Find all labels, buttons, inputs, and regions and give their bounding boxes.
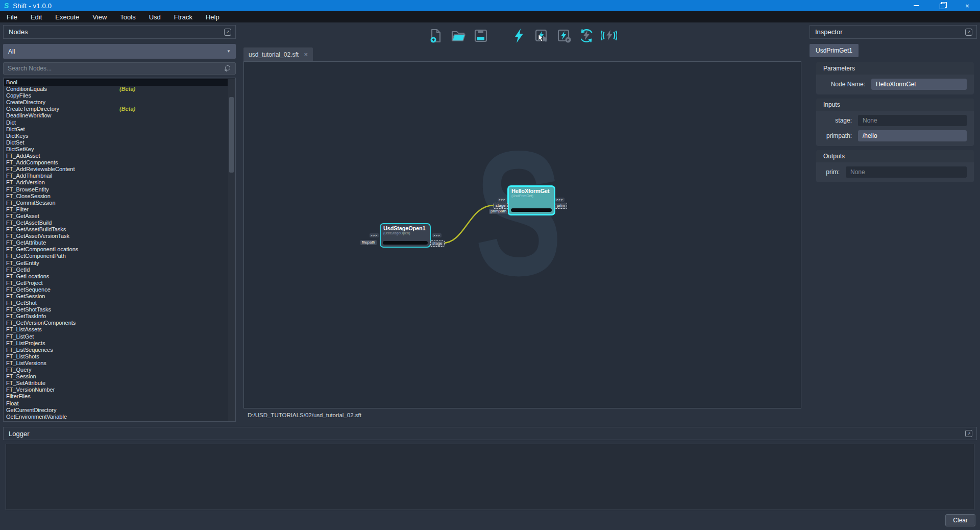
- port-filepath-input[interactable]: filepath: [360, 240, 377, 245]
- list-item[interactable]: FT_Filter: [4, 206, 228, 213]
- restore-button[interactable]: [929, 0, 954, 11]
- list-item[interactable]: FT_AddComponents: [4, 159, 228, 166]
- list-item[interactable]: Float: [4, 400, 228, 407]
- list-item[interactable]: GetEnvironmentVariable: [4, 414, 228, 420]
- menu-execute[interactable]: Execute: [48, 11, 86, 22]
- list-item[interactable]: FT_ListProjects: [4, 340, 228, 347]
- list-item[interactable]: FT_GetVersionComponents: [4, 320, 228, 326]
- menu-file[interactable]: File: [0, 11, 24, 22]
- undock-icon[interactable]: ↗: [965, 29, 972, 36]
- list-item[interactable]: FT_AddVersion: [4, 179, 228, 186]
- menu-view[interactable]: View: [86, 11, 113, 22]
- list-item[interactable]: GetCurrentDirectory: [4, 407, 228, 414]
- menu-ftrack[interactable]: Ftrack: [167, 11, 199, 22]
- live-execute-icon[interactable]: [601, 28, 617, 44]
- menu-tools[interactable]: Tools: [113, 11, 142, 22]
- graph-node-usdstageopen1[interactable]: UsdStageOpen1 (UsdStageOpen): [380, 223, 431, 248]
- list-item[interactable]: FT_ListVersions: [4, 360, 228, 367]
- menu-help[interactable]: Help: [199, 11, 226, 22]
- open-scene-icon[interactable]: [450, 28, 467, 44]
- prim-field: None: [846, 166, 967, 178]
- list-item[interactable]: FT_AddAsset: [4, 153, 228, 159]
- undock-icon[interactable]: ↗: [965, 430, 972, 437]
- minimize-button[interactable]: [903, 0, 929, 11]
- inspector-title: Inspector: [815, 28, 842, 36]
- node-name-field[interactable]: HelloXformGet: [871, 79, 967, 90]
- title-bar: S Shift - v1.0.0 ×: [0, 0, 980, 11]
- list-item[interactable]: DictKeys: [4, 133, 228, 139]
- list-item[interactable]: FT_GetSession: [4, 293, 228, 300]
- tab-usd-tutorial-02[interactable]: usd_tutorial_02.sft ×: [243, 47, 313, 61]
- list-item[interactable]: FT_GetComponentPath: [4, 253, 228, 259]
- primpath-field[interactable]: /hello: [858, 130, 967, 141]
- list-item[interactable]: FT_SetAttribute: [4, 380, 228, 387]
- undock-icon[interactable]: ↗: [224, 29, 231, 36]
- list-item[interactable]: CreateTempDirectory(Beta): [4, 106, 228, 112]
- list-item[interactable]: FT_GetAssetBuildTasks: [4, 226, 228, 233]
- list-item[interactable]: FT_CloseSession: [4, 193, 228, 200]
- list-item[interactable]: FT_AddReviewableContent: [4, 166, 228, 173]
- tab-close-icon[interactable]: ×: [304, 51, 308, 58]
- list-item[interactable]: FT_ListSequences: [4, 347, 228, 353]
- list-item[interactable]: FT_VersionNumber: [4, 387, 228, 393]
- list-item[interactable]: FT_CommitSession: [4, 200, 228, 206]
- list-item[interactable]: FT_GetAttribute: [4, 239, 228, 246]
- list-item[interactable]: DictSet: [4, 139, 228, 146]
- list-item[interactable]: DictGet: [4, 126, 228, 133]
- list-item[interactable]: FT_Session: [4, 373, 228, 380]
- list-item[interactable]: FT_GetShot: [4, 300, 228, 306]
- outputs-section: Outputs prim: None: [816, 150, 974, 182]
- list-item[interactable]: Dict: [4, 119, 228, 126]
- scrollbar-thumb[interactable]: [229, 97, 234, 173]
- logger-panel: Logger ↗ Clear: [3, 427, 977, 527]
- list-item[interactable]: ConditionEquals(Beta): [4, 86, 228, 92]
- list-item[interactable]: FT_GetEntity: [4, 260, 228, 267]
- list-item[interactable]: FT_GetAsset: [4, 213, 228, 220]
- list-item[interactable]: Bool: [4, 79, 228, 86]
- list-item[interactable]: FT_ListAssets: [4, 326, 228, 333]
- list-item[interactable]: FT_GetShotTasks: [4, 306, 228, 313]
- execute-selected-icon[interactable]: [533, 28, 550, 44]
- re-execute-icon[interactable]: [578, 28, 595, 44]
- list-item[interactable]: DictSetKey: [4, 146, 228, 153]
- search-icon: [224, 65, 231, 72]
- save-scene-icon[interactable]: [473, 28, 489, 44]
- list-item[interactable]: DeadlineWorkflow: [4, 112, 228, 119]
- logger-title: Logger: [9, 430, 29, 438]
- list-item[interactable]: CopyFiles: [4, 92, 228, 99]
- search-input[interactable]: Search Nodes...: [3, 62, 236, 75]
- menu-edit[interactable]: Edit: [24, 11, 48, 22]
- list-item[interactable]: FT_ListShots: [4, 353, 228, 360]
- node-graph-canvas[interactable]: S UsdStageOpen1 (UsdStageOpen) >>> >>> f…: [243, 61, 801, 408]
- list-item[interactable]: FT_Query: [4, 367, 228, 373]
- list-item[interactable]: FT_BrowseEntity: [4, 186, 228, 193]
- port-primpath-input[interactable]: primpath: [489, 209, 508, 214]
- execute-icon[interactable]: [511, 28, 527, 44]
- node-filter-dropdown[interactable]: All ▼: [3, 44, 236, 59]
- list-item[interactable]: FT_ListGet: [4, 333, 228, 340]
- execute-from-selected-icon[interactable]: [556, 28, 572, 44]
- new-scene-icon[interactable]: [428, 28, 444, 44]
- list-item[interactable]: FT_GetProject: [4, 280, 228, 286]
- port-stage-input[interactable]: stage: [494, 203, 508, 209]
- scrollbar-track[interactable]: [228, 79, 235, 421]
- port-prim-output[interactable]: prim: [555, 203, 567, 209]
- graph-node-helloxformget[interactable]: HelloXformGet (UsdPrimGet): [507, 185, 555, 215]
- list-item[interactable]: FT_AddThumbnail: [4, 173, 228, 179]
- list-item[interactable]: FT_GetComponentLocations: [4, 246, 228, 253]
- list-item[interactable]: FilterFiles: [4, 393, 228, 400]
- list-item[interactable]: FT_GetAssetBuild: [4, 220, 228, 226]
- list-item[interactable]: CreateDirectory: [4, 99, 228, 106]
- inspector-node-tab[interactable]: UsdPrimGet1: [810, 44, 859, 57]
- menu-usd[interactable]: Usd: [142, 11, 167, 22]
- list-item[interactable]: FT_GetAssetVersionTask: [4, 233, 228, 239]
- close-button[interactable]: ×: [954, 0, 980, 11]
- menu-bar: FileEditExecuteViewToolsUsdFtrackHelp: [0, 11, 980, 22]
- list-item[interactable]: FT_GetId: [4, 267, 228, 273]
- clear-button[interactable]: Clear: [945, 514, 975, 526]
- list-item[interactable]: FT_GetLocations: [4, 273, 228, 280]
- list-item[interactable]: FT_GetTaskInfo: [4, 313, 228, 320]
- node-title: UsdStageOpen1: [381, 224, 430, 231]
- port-stage-output[interactable]: stage: [430, 240, 445, 247]
- list-item[interactable]: FT_GetSequence: [4, 286, 228, 293]
